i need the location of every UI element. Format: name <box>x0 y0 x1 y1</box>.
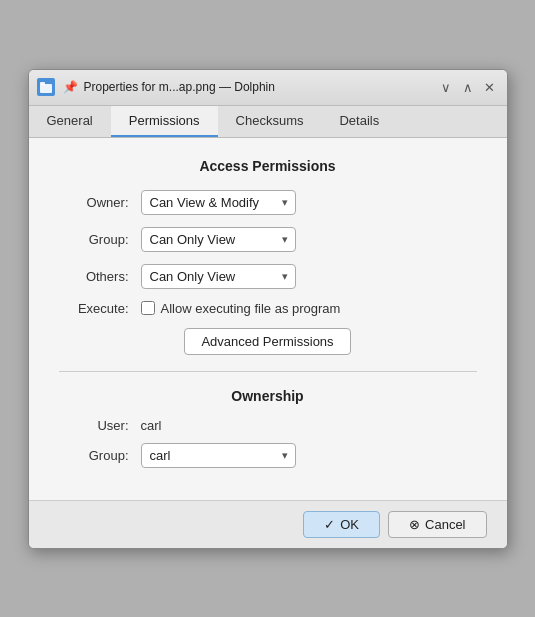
user-row: User: carl <box>59 418 477 433</box>
tab-permissions[interactable]: Permissions <box>111 106 218 137</box>
others-row: Others: Can View & Modify Can Only View … <box>59 264 477 289</box>
group-select[interactable]: Can View & Modify Can Only View Forbidde… <box>141 227 296 252</box>
execute-checkbox-label: Allow executing file as program <box>161 301 341 316</box>
owner-select-wrapper: Can View & Modify Can Only View Forbidde… <box>141 190 296 215</box>
pin-icon: 📌 <box>63 80 78 94</box>
svg-rect-0 <box>40 84 52 93</box>
group-row: Group: Can View & Modify Can Only View F… <box>59 227 477 252</box>
ownership-group-label: Group: <box>59 448 129 463</box>
owner-select[interactable]: Can View & Modify Can Only View Forbidde… <box>141 190 296 215</box>
tab-general[interactable]: General <box>29 106 111 137</box>
titlebar: 📌 Properties for m...ap.png — Dolphin ∨ … <box>29 70 507 106</box>
group-select-wrapper: Can View & Modify Can Only View Forbidde… <box>141 227 296 252</box>
owner-label: Owner: <box>59 195 129 210</box>
tab-bar: General Permissions Checksums Details <box>29 106 507 138</box>
others-select-wrapper: Can View & Modify Can Only View Forbidde… <box>141 264 296 289</box>
minimize-button[interactable]: ∨ <box>437 78 455 96</box>
group-label: Group: <box>59 232 129 247</box>
app-icon <box>37 78 55 96</box>
advanced-btn-row: Advanced Permissions <box>59 328 477 355</box>
execute-checkbox-wrapper: Allow executing file as program <box>141 301 341 316</box>
access-permissions-title: Access Permissions <box>59 158 477 174</box>
execute-checkbox[interactable] <box>141 301 155 315</box>
ok-button[interactable]: ✓ OK <box>303 511 380 538</box>
window-title: Properties for m...ap.png — Dolphin <box>84 80 431 94</box>
owner-row: Owner: Can View & Modify Can Only View F… <box>59 190 477 215</box>
cancel-label: Cancel <box>425 517 465 532</box>
ownership-group-select-wrapper: carl users root <box>141 443 296 468</box>
ownership-group-select[interactable]: carl users root <box>141 443 296 468</box>
close-button[interactable]: ✕ <box>481 78 499 96</box>
ok-label: OK <box>340 517 359 532</box>
ok-icon: ✓ <box>324 517 335 532</box>
user-label: User: <box>59 418 129 433</box>
others-select[interactable]: Can View & Modify Can Only View Forbidde… <box>141 264 296 289</box>
cancel-icon: ⊗ <box>409 517 420 532</box>
execute-label: Execute: <box>59 301 129 316</box>
execute-row: Execute: Allow executing file as program <box>59 301 477 316</box>
section-divider <box>59 371 477 372</box>
maximize-button[interactable]: ∧ <box>459 78 477 96</box>
others-label: Others: <box>59 269 129 284</box>
tab-checksums[interactable]: Checksums <box>218 106 322 137</box>
ownership-title: Ownership <box>59 388 477 404</box>
ownership-section: Ownership User: carl Group: carl users r… <box>59 388 477 468</box>
footer: ✓ OK ⊗ Cancel <box>29 500 507 548</box>
cancel-button[interactable]: ⊗ Cancel <box>388 511 486 538</box>
content-area: Access Permissions Owner: Can View & Mod… <box>29 138 507 500</box>
main-window: 📌 Properties for m...ap.png — Dolphin ∨ … <box>28 69 508 549</box>
tab-details[interactable]: Details <box>321 106 397 137</box>
window-controls: ∨ ∧ ✕ <box>437 78 499 96</box>
svg-rect-1 <box>40 82 45 85</box>
ownership-group-row: Group: carl users root <box>59 443 477 468</box>
user-value: carl <box>141 418 162 433</box>
advanced-permissions-button[interactable]: Advanced Permissions <box>184 328 350 355</box>
